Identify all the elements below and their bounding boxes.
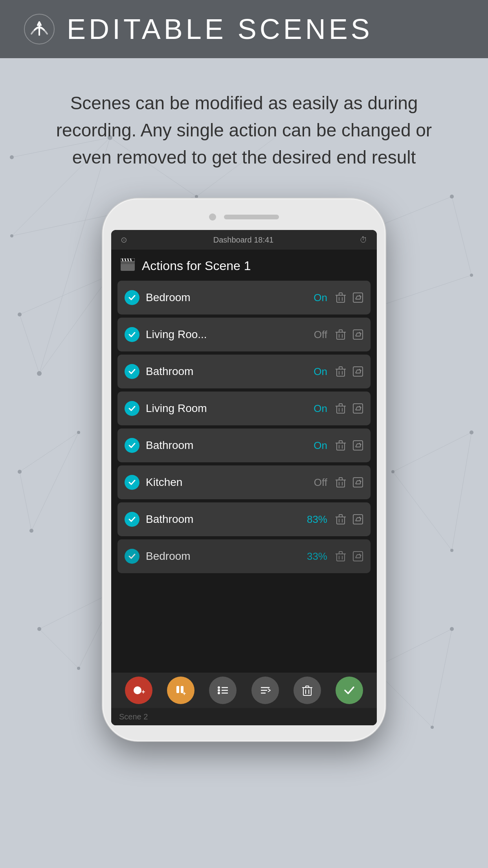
svg-rect-92 (337, 443, 345, 450)
svg-rect-90 (353, 404, 363, 413)
scene-title: Actions for Scene 1 (142, 259, 251, 273)
svg-line-51 (122, 258, 123, 261)
phone-outer: ⊙ Dashboard 18:41 ⏱ (103, 199, 385, 741)
action-name: Bedroom (146, 291, 314, 304)
edit-icon[interactable] (352, 477, 363, 488)
record-button[interactable]: + (125, 677, 152, 704)
action-row[interactable]: Bathroom On (117, 428, 371, 462)
edit-icon[interactable] (352, 366, 363, 377)
add-list-button[interactable] (251, 677, 279, 704)
svg-text:+: + (183, 690, 186, 697)
edit-icon[interactable] (352, 329, 363, 340)
action-row[interactable]: Living Roo... Off (117, 318, 371, 351)
action-status: On (314, 440, 327, 452)
check-circle-icon (125, 512, 139, 527)
svg-rect-83 (337, 406, 345, 413)
scene-header: Actions for Scene 1 (111, 250, 377, 281)
svg-rect-63 (353, 293, 363, 302)
clapperboard-icon (121, 258, 135, 274)
delete-icon[interactable] (335, 477, 346, 488)
action-row[interactable]: Bedroom On (117, 281, 371, 314)
action-name: Living Room (146, 402, 314, 415)
delete-icon[interactable] (335, 292, 346, 303)
phone-speaker (224, 215, 279, 219)
delete-icon[interactable] (335, 366, 346, 377)
header-title: EDITABLE SCENES (67, 13, 373, 45)
action-icons (335, 329, 363, 340)
pause-button[interactable]: + (167, 677, 194, 704)
action-icons (335, 366, 363, 377)
action-icons (335, 403, 363, 414)
edit-icon[interactable] (352, 292, 363, 303)
svg-rect-65 (337, 332, 345, 339)
action-icons (335, 440, 363, 451)
svg-rect-142 (303, 688, 311, 695)
svg-rect-130 (176, 686, 179, 693)
svg-point-33 (450, 195, 454, 199)
edit-icon[interactable] (352, 514, 363, 525)
list-button[interactable] (209, 677, 237, 704)
action-name: Living Roo... (146, 328, 314, 341)
svg-rect-108 (353, 478, 363, 487)
confirm-button[interactable] (336, 677, 363, 704)
delete-icon[interactable] (335, 514, 346, 525)
action-status: On (314, 366, 327, 378)
bottom-scene-text: Scene 2 (119, 712, 148, 721)
svg-rect-56 (337, 295, 345, 302)
action-icons (335, 292, 363, 303)
status-right: ⏱ (360, 235, 367, 245)
action-row[interactable]: Kitchen Off (117, 465, 371, 499)
description-text: Scenes can be modified as easily as duri… (0, 58, 488, 195)
svg-line-53 (128, 258, 128, 261)
edit-icon[interactable] (352, 440, 363, 451)
delete-icon[interactable] (335, 403, 346, 414)
action-row[interactable]: Bathroom On (117, 355, 371, 388)
trash-button[interactable] (294, 677, 321, 704)
status-center: Dashboard 18:41 (213, 235, 273, 245)
action-status: On (314, 292, 327, 304)
svg-rect-117 (353, 515, 363, 524)
action-row[interactable]: Bedroom 33% (117, 539, 371, 573)
action-icons (335, 477, 363, 488)
delete-icon[interactable] (335, 440, 346, 451)
check-circle-icon (125, 475, 139, 490)
check-circle-icon (125, 401, 139, 416)
svg-rect-101 (337, 480, 345, 487)
svg-rect-72 (353, 330, 363, 339)
action-name: Bathroom (146, 513, 307, 526)
delete-icon[interactable] (335, 551, 346, 562)
edit-icon[interactable] (352, 551, 363, 562)
svg-point-27 (195, 195, 198, 198)
svg-rect-126 (353, 552, 363, 561)
svg-rect-81 (353, 367, 363, 376)
bottom-toolbar[interactable]: + + (111, 673, 377, 708)
action-status: On (314, 403, 327, 415)
phone-mockup: ⊙ Dashboard 18:41 ⏱ (0, 199, 488, 741)
action-name: Bedroom (146, 550, 307, 563)
svg-rect-74 (337, 369, 345, 376)
svg-rect-110 (337, 517, 345, 524)
phone-camera (209, 213, 216, 221)
delete-icon[interactable] (335, 329, 346, 340)
svg-rect-99 (353, 441, 363, 450)
actions-list: Bedroom On (111, 281, 377, 673)
status-bar: ⊙ Dashboard 18:41 ⏱ (111, 230, 377, 250)
action-name: Kitchen (146, 476, 314, 489)
status-icon-right: ⏱ (360, 235, 367, 245)
check-circle-icon (125, 327, 139, 342)
action-name: Bathroom (146, 365, 314, 378)
action-row[interactable]: Bathroom 83% (117, 502, 371, 536)
svg-rect-50 (121, 261, 135, 264)
check-circle-icon (125, 549, 139, 564)
action-name: Bathroom (146, 439, 314, 452)
phone-top-bar (111, 207, 377, 227)
action-row[interactable]: Living Room On (117, 392, 371, 425)
edit-icon[interactable] (352, 403, 363, 414)
svg-line-52 (125, 258, 126, 261)
app-logo-icon (24, 13, 55, 45)
action-icons (335, 514, 363, 525)
action-status: 33% (307, 550, 327, 563)
check-circle-icon (125, 364, 139, 379)
svg-point-137 (218, 692, 220, 694)
status-left: ⊙ (121, 235, 127, 245)
